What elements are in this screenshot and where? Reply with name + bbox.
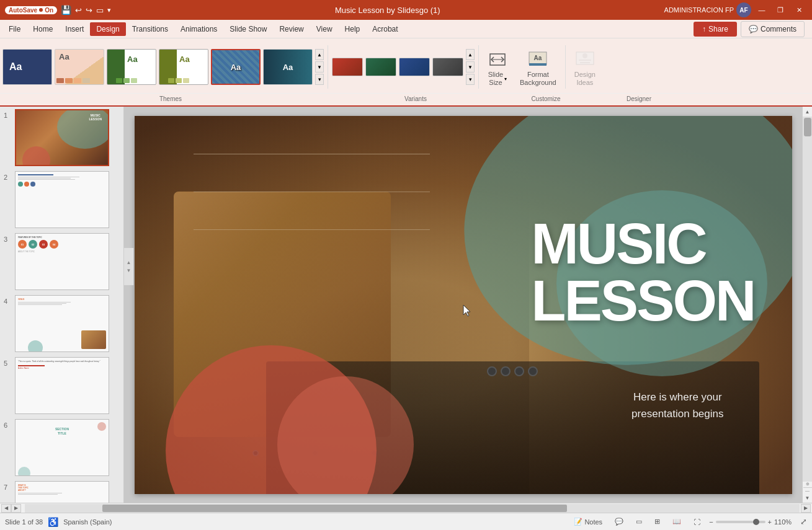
variants-section-label: Variants <box>404 95 427 102</box>
right-scroll-down[interactable]: ▼ <box>803 493 813 503</box>
slide-next-arrow[interactable]: ▶ <box>11 504 21 513</box>
menu-insert[interactable]: Insert <box>59 22 90 36</box>
slide-number-7: 7 <box>4 481 12 491</box>
notes-button[interactable]: 📝 Notes <box>570 516 606 527</box>
comments-icon: 💬 <box>749 25 758 33</box>
variant-expand[interactable]: ▾ <box>466 74 475 85</box>
undo-icon[interactable]: ↩ <box>75 6 82 15</box>
normal-view-button[interactable]: ▭ <box>632 516 646 527</box>
redo-icon[interactable]: ↪ <box>86 6 92 15</box>
theme-olive[interactable]: Aa <box>159 49 208 85</box>
save-icon[interactable]: 💾 <box>61 5 71 15</box>
customize-section-label: Customize <box>531 95 560 102</box>
format-background-button[interactable]: Aa FormatBackground <box>515 47 561 89</box>
user-avatar[interactable]: AF <box>736 2 751 17</box>
slide-thumb-2[interactable] <box>15 171 109 228</box>
theme-pattern[interactable]: Aa <box>211 49 261 85</box>
slide-thumb-7[interactable]: WHAT ISTHIS TOPICABOUT? <box>15 481 109 503</box>
theme-dark-teal[interactable]: Aa <box>263 49 313 85</box>
slide-panel-scroll-down[interactable]: ▼ <box>127 268 132 273</box>
comments-button[interactable]: 💬 Comments <box>741 21 805 37</box>
slide-sorter-button[interactable]: ⊞ <box>651 516 664 527</box>
svg-point-6 <box>582 53 587 58</box>
design-ideas-label: DesignIdeas <box>574 71 596 87</box>
zoom-out-icon[interactable]: − <box>709 518 713 526</box>
menu-view[interactable]: View <box>310 22 339 36</box>
menu-file[interactable]: File <box>2 22 27 36</box>
reading-view-button[interactable]: 📖 <box>669 516 685 527</box>
slide-size-dropdown-icon: ▾ <box>504 76 507 82</box>
slide-number-3: 3 <box>4 233 12 243</box>
slide-item-7[interactable]: 7 WHAT ISTHIS TOPICABOUT? <box>0 479 123 503</box>
slide-number-2: 2 <box>4 171 12 181</box>
variant-3[interactable] <box>399 58 430 76</box>
slide-size-button[interactable]: SlideSize ▾ <box>483 47 512 89</box>
present-icon[interactable]: ▭ <box>96 6 104 15</box>
variant-scroll-up[interactable]: ▲ <box>466 49 475 60</box>
restore-button[interactable]: ❐ <box>772 4 788 16</box>
comments-label: Comments <box>761 25 796 33</box>
menu-review[interactable]: Review <box>273 22 310 36</box>
variant-4[interactable] <box>432 58 463 76</box>
slide-item-3[interactable]: 3 FEATURES OF THIS TOPIC 01 02 03 04 ABO… <box>0 231 123 293</box>
theme-dark-blue[interactable]: Aa <box>2 49 52 85</box>
theme-scroll-up[interactable]: ▲ <box>315 49 324 60</box>
menu-home[interactable]: Home <box>27 22 59 36</box>
share-button[interactable]: ↑ Share <box>694 22 737 37</box>
h-scroll-right[interactable]: ▶ <box>801 504 811 513</box>
menu-animations[interactable]: Animations <box>174 22 223 36</box>
minimize-button[interactable]: — <box>754 4 770 16</box>
presenter-view-button[interactable]: ⛶ <box>690 517 704 527</box>
variant-1[interactable] <box>332 58 363 76</box>
slide-thumb-1[interactable]: MUSICLESSON <box>15 109 109 166</box>
comments-view-button[interactable]: 💬 <box>611 516 627 527</box>
theme-expand[interactable]: ▾ <box>315 74 324 85</box>
menu-help[interactable]: Help <box>339 22 367 36</box>
menu-slideshow[interactable]: Slide Show <box>223 22 273 36</box>
h-scroll-track[interactable] <box>25 504 800 513</box>
slide-panel-scroll-up[interactable]: ▲ <box>127 260 132 265</box>
slide-thumb-4[interactable]: VENUS <box>15 295 109 352</box>
slide-subtitle: Here is where your presentation begins <box>631 389 723 422</box>
menu-acrobat[interactable]: Acrobat <box>366 22 404 36</box>
window-title: Music Lesson by Slidesgo (1) <box>335 6 440 15</box>
format-bg-icon: Aa <box>528 50 548 69</box>
theme-green[interactable]: Aa <box>107 49 156 85</box>
slide-item-6[interactable]: 6 SECTIONTITLE <box>0 417 123 479</box>
titlebar-right: ADMINISTRACION FP AF — ❐ ✕ <box>664 2 807 17</box>
notes-icon: 📝 <box>574 518 582 526</box>
titlebar-left: AutoSave On 💾 ↩ ↪ ▭ ▾ <box>5 5 111 15</box>
share-icon: ↑ <box>702 25 706 33</box>
zoom-in-icon[interactable]: + <box>768 518 772 526</box>
fit-slide-icon[interactable]: ⤢ <box>800 517 807 526</box>
slide-item-4[interactable]: 4 VENUS <box>0 293 123 355</box>
right-scroll-up[interactable]: ▲ <box>803 107 813 117</box>
zoom-slider[interactable] <box>716 521 765 523</box>
variant-2[interactable] <box>365 58 396 76</box>
h-scroll-thumb <box>102 505 567 512</box>
customize-qat-icon[interactable]: ▾ <box>107 6 111 14</box>
zoom-level[interactable]: 110% <box>774 518 795 526</box>
slide-thumb-6[interactable]: SECTIONTITLE <box>15 419 109 476</box>
theme-peach[interactable]: Aa <box>55 49 104 85</box>
accessibility-icon[interactable]: ♿ <box>48 517 58 527</box>
design-ideas-button[interactable]: DesignIdeas <box>569 47 600 89</box>
language[interactable]: Spanish (Spain) <box>63 518 112 526</box>
theme-scroll-down[interactable]: ▼ <box>315 61 324 73</box>
right-scroll-track[interactable] <box>803 117 812 482</box>
autosave-toggle[interactable]: AutoSave On <box>5 6 57 14</box>
slide-item-2[interactable]: 2 <box>0 169 123 231</box>
slide-item-5[interactable]: 5 "This is a quote. Think of all the out… <box>0 355 123 417</box>
slide-item-1[interactable]: 1 MUSICLESSON <box>0 107 123 169</box>
titlebar: AutoSave On 💾 ↩ ↪ ▭ ▾ Music Lesson by Sl… <box>0 0 812 20</box>
window-controls: — ❐ ✕ <box>754 4 807 16</box>
main-slide-canvas[interactable]: MUSIC LESSON Here is where your presenta… <box>135 116 792 494</box>
slide-prev-arrow[interactable]: ◀ <box>1 504 11 513</box>
menu-transitions[interactable]: Transitions <box>126 22 174 36</box>
variant-scroll-down[interactable]: ▼ <box>466 61 475 73</box>
menu-design[interactable]: Design <box>90 22 125 36</box>
slide-thumb-5[interactable]: "This is a quote. Think of all the outst… <box>15 357 109 414</box>
slide-thumb-3[interactable]: FEATURES OF THIS TOPIC 01 02 03 04 ABOUT… <box>15 233 109 290</box>
statusbar: Slide 1 of 38 ♿ Spanish (Spain) 📝 Notes … <box>0 513 812 530</box>
close-button[interactable]: ✕ <box>791 4 807 16</box>
